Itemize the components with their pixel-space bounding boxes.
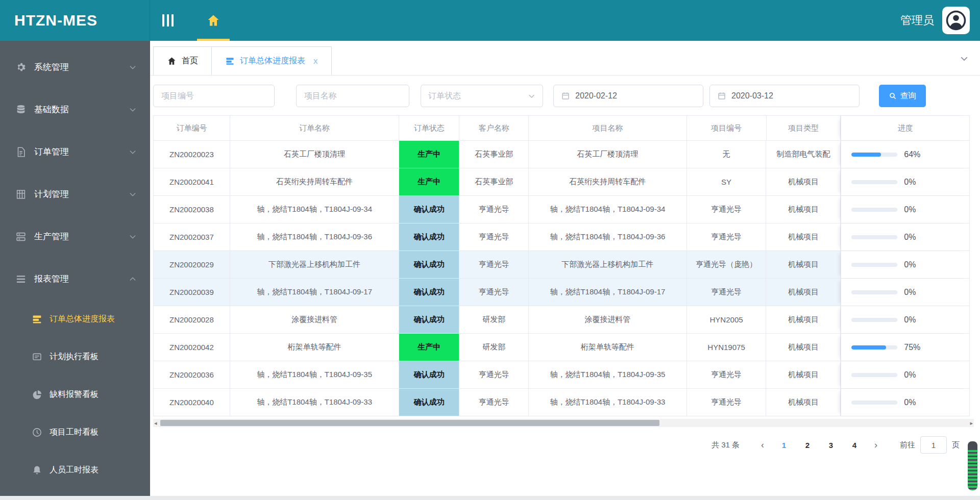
project-name-cell: 轴，烧结T1804轴，T1804J-09-34: [529, 196, 687, 223]
project-name-input[interactable]: [296, 85, 409, 107]
avatar[interactable]: [942, 7, 970, 34]
progress-bar-track: [851, 401, 897, 405]
chevron-down-icon: [528, 92, 535, 100]
grid-icon: [15, 189, 27, 200]
close-icon[interactable]: x: [313, 56, 318, 66]
pagination-total: 共 31 条: [712, 440, 740, 450]
chevron-down-icon: [129, 63, 137, 71]
orders-table: 订单编号订单名称订单状态客户名称项目名称项目编号项目类型进度ZN20020023…: [153, 115, 970, 416]
tabs-dropdown-chevron-icon[interactable]: [960, 54, 969, 63]
horizontal-scrollbar-thumb[interactable]: [160, 420, 659, 426]
column-header-8: 进度: [841, 116, 969, 140]
status-badge: 生产中: [399, 141, 459, 168]
order-no-cell: ZN20020037: [154, 223, 230, 251]
order-status-select[interactable]: 订单状态: [421, 85, 543, 107]
progress-cell: 0%: [841, 389, 969, 416]
table-row[interactable]: ZN20020037轴，烧结T1804轴，T1804J-09-36确认成功亨通光…: [154, 223, 969, 251]
customer-cell: 亨通光导: [459, 196, 529, 223]
sidebar-subitem-shortage-alarm-board[interactable]: 缺料报警看板: [0, 376, 150, 413]
sidebar-subitem-plan-execution-board[interactable]: 计划执行看板: [0, 338, 150, 376]
sidebar-subitem-staff-hours-report[interactable]: 人员工时报表: [0, 451, 150, 489]
progress-bar-track: [851, 290, 897, 294]
sidebar-item-orders[interactable]: 订单管理: [0, 131, 150, 173]
sidebar-subitem-order-progress-report[interactable]: 订单总体进度报表: [0, 300, 150, 338]
table-row[interactable]: ZN20020028涂覆接进料管确认成功研发部涂覆接进料管HYN2005机械项目…: [154, 306, 969, 333]
document-icon: [15, 146, 27, 158]
tab-home[interactable]: 首页: [153, 46, 212, 75]
table-row[interactable]: ZN20020042桁架单轨等配件生产中研发部桁架单轨等配件HYN19075机械…: [154, 333, 969, 361]
progress-percent-label: 0%: [904, 288, 916, 297]
chevron-up-icon: [129, 275, 137, 283]
sidebar-item-reports[interactable]: 报表管理: [0, 258, 150, 300]
calendar-icon: [561, 91, 570, 101]
prev-page-icon[interactable]: ‹: [753, 440, 772, 451]
table-header-row: 订单编号订单名称订单状态客户名称项目名称项目编号项目类型进度: [154, 116, 969, 140]
search-button[interactable]: 查询: [879, 85, 926, 107]
sidebar-item-system[interactable]: 系统管理: [0, 46, 150, 88]
scroll-right-arrow-icon[interactable]: ▸: [970, 419, 973, 427]
progress-cell: 0%: [841, 361, 969, 388]
project-name-cell: 下部激光器上移机构加工件: [529, 251, 687, 278]
column-header-6: 项目编号: [687, 116, 767, 140]
table-row[interactable]: ZN20020041石英绗夹持周转车配件生产中石英事业部石英绗夹持周转车配件SY…: [154, 168, 969, 195]
order-name-cell: 桁架单轨等配件: [230, 334, 400, 361]
progress-bar-fill: [851, 345, 886, 349]
project-name-cell: 石英工厂楼顶清理: [529, 141, 687, 168]
table-row[interactable]: ZN20020039轴，烧结T1804轴，T1804J-09-17确认成功亨通光…: [154, 278, 969, 306]
next-page-icon[interactable]: ›: [866, 440, 886, 451]
sidebar-subitem-label: 人员工时报表: [50, 465, 99, 476]
filter-bar: 订单状态 2020-02-12 2020-03-12 查询: [153, 85, 980, 107]
page-number-2[interactable]: 2: [799, 441, 816, 449]
sidebar-item-basic-data[interactable]: 基础数据: [0, 88, 150, 131]
column-header-3: 订单状态: [399, 116, 459, 140]
page-number-3[interactable]: 3: [822, 441, 840, 449]
scroll-left-arrow-icon[interactable]: ◂: [154, 419, 157, 427]
table-row[interactable]: ZN20020029下部激光器上移机构加工件确认成功亨通光导下部激光器上移机构加…: [154, 251, 969, 278]
sidebar-item-label: 订单管理: [34, 146, 69, 158]
progress-bar-track: [851, 345, 897, 349]
tab-label: 首页: [182, 56, 198, 66]
progress-percent-label: 0%: [904, 205, 916, 214]
page-number-1[interactable]: 1: [775, 441, 793, 449]
table-row[interactable]: ZN20020040轴，烧结T1804轴，T1804J-09-33确认成功亨通光…: [154, 388, 969, 416]
project-no-input[interactable]: [153, 85, 275, 107]
app-logo: HTZN-MES: [0, 0, 150, 41]
date-from-picker[interactable]: 2020-02-12: [553, 85, 703, 107]
sidebar-subitem-project-hours-board[interactable]: 项目工时看板: [0, 413, 150, 451]
customer-cell: 研发部: [459, 334, 529, 361]
customer-cell: 亨通光导: [459, 361, 529, 388]
header-home-nav[interactable]: [206, 0, 220, 41]
level-indicator-bar: [968, 441, 977, 490]
table-row[interactable]: ZN20020038轴，烧结T1804轴，T1804J-09-34确认成功亨通光…: [154, 195, 969, 223]
sidebar-item-production[interactable]: 生产管理: [0, 215, 150, 258]
tab-report[interactable]: 订单总体进度报表x: [212, 46, 332, 75]
order-no-cell: ZN20020041: [154, 168, 230, 195]
order-name-cell: 石英工厂楼顶清理: [230, 141, 400, 168]
progress-cell: 0%: [841, 251, 969, 278]
goto-page-input[interactable]: [920, 436, 947, 454]
search-button-label: 查询: [900, 91, 917, 102]
table-row[interactable]: ZN20020036轴，烧结T1804轴，T1804J-09-35确认成功亨通光…: [154, 361, 969, 388]
status-badge: 生产中: [399, 334, 459, 361]
progress-percent-label: 0%: [904, 233, 916, 242]
customer-cell: 亨通光导: [459, 279, 529, 306]
project-type-cell: 机械项目: [766, 251, 841, 278]
page-number-4[interactable]: 4: [846, 441, 863, 449]
status-badge: 确认成功: [399, 306, 459, 333]
sidebar-item-planning[interactable]: 计划管理: [0, 173, 150, 215]
date-from-value: 2020-02-12: [575, 91, 617, 101]
sidebar-subitem-label: 项目工时看板: [50, 427, 99, 438]
project-no-cell: 无: [687, 141, 767, 168]
table-row[interactable]: ZN20020023石英工厂楼顶清理生产中石英事业部石英工厂楼顶清理无制造部电气…: [154, 140, 969, 168]
order-name-cell: 轴，烧结T1804轴，T1804J-09-33: [230, 389, 400, 416]
progress-bar-fill: [851, 153, 881, 157]
order-no-cell: ZN20020040: [154, 389, 230, 416]
status-badge: 确认成功: [399, 196, 459, 223]
main-content: 首页订单总体进度报表x 订单状态 2020-02-12 2020-03-12 查…: [150, 41, 980, 500]
date-to-picker[interactable]: 2020-03-12: [709, 85, 860, 107]
collapse-menu-icon[interactable]: [162, 14, 174, 27]
order-name-cell: 涂覆接进料管: [230, 306, 400, 333]
customer-cell: 亨通光导: [459, 389, 529, 416]
progress-bar-track: [851, 153, 897, 157]
progress-cell: 0%: [841, 168, 969, 195]
